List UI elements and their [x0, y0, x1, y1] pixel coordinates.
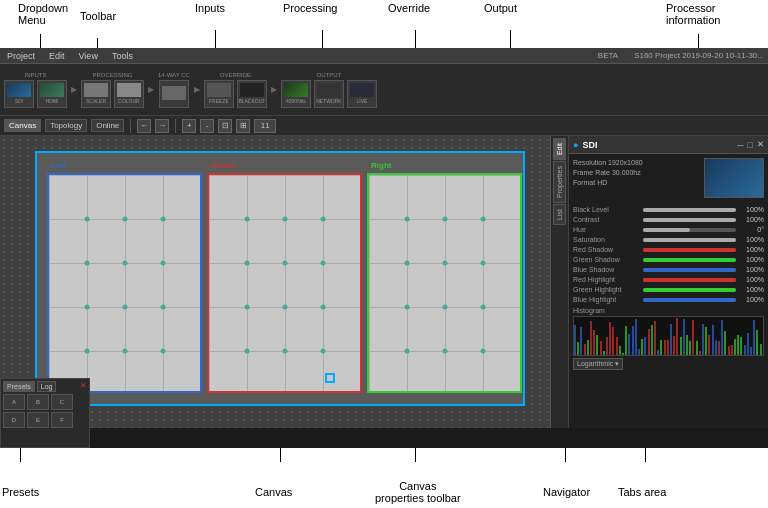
panel-grid-center [209, 175, 360, 391]
freeze-node[interactable]: FREEZE [204, 80, 234, 108]
slider-track-hue[interactable] [643, 228, 736, 232]
menu-tools[interactable]: Tools [109, 51, 136, 61]
prop-name-hue: Hue [573, 226, 643, 233]
properties-maximize[interactable]: □ [748, 140, 753, 150]
prop-row-red-shadow: Red Shadow100% [573, 246, 764, 253]
prop-row-green-shadow: Green Shadow100% [573, 256, 764, 263]
slider-track-contrast[interactable] [643, 218, 736, 222]
processor-info-annotation: Processor information [666, 2, 720, 26]
hdmi-node[interactable]: HDMI [37, 80, 67, 108]
grid-dot [123, 349, 128, 354]
inputs-nodes: SDI HDMI [4, 80, 67, 108]
canvas-props-annotation: Canvas properties toolbar [375, 480, 461, 504]
preset-d[interactable]: D [3, 412, 25, 428]
properties-minimize[interactable]: ─ [737, 140, 743, 150]
hist-bar-13 [616, 337, 618, 355]
preset-a[interactable]: A [3, 394, 25, 410]
grid-dot [321, 305, 326, 310]
sdi-label: SDI [15, 98, 23, 104]
network-node[interactable]: NETWORK [314, 80, 344, 108]
display-panel-right[interactable]: Right [367, 173, 522, 393]
colour-node[interactable]: COLOUR [114, 80, 144, 108]
panel-label-center: Center [211, 161, 236, 170]
navigator[interactable] [325, 373, 335, 383]
properties-icon: ● [573, 140, 578, 150]
tab-log[interactable]: Log [37, 381, 57, 392]
display-panel-left[interactable]: Left [47, 173, 202, 393]
slider-track-blue-shadow[interactable] [643, 268, 736, 272]
hist-bar-58 [760, 344, 762, 355]
grid-dot [85, 305, 90, 310]
display-panel-center[interactable]: Center [207, 173, 362, 393]
tab-list[interactable]: List [553, 204, 566, 225]
grid-dot [443, 305, 448, 310]
override-label: OVERRIDE [220, 72, 251, 78]
cc-nodes [159, 80, 189, 108]
btn-back[interactable]: ← [137, 119, 151, 133]
preset-b[interactable]: B [27, 394, 49, 410]
menu-bar: Project Edit View Tools BETA S160 Projec… [0, 48, 768, 64]
btn-zoom-out[interactable]: - [200, 119, 214, 133]
tab-topology[interactable]: Topology [45, 119, 87, 132]
tab-edit[interactable]: Edit [553, 138, 566, 160]
preset-c[interactable]: C [51, 394, 73, 410]
hist-bar-10 [606, 337, 608, 355]
sdi-node[interactable]: SDI [4, 80, 34, 108]
hist-bar-11 [609, 322, 611, 355]
inputs-group: INPUTS SDI HDMI [4, 72, 67, 108]
grid-dot [245, 305, 250, 310]
hist-bar-3 [584, 344, 586, 356]
preset-e[interactable]: E [27, 412, 49, 428]
freeze-label: FREEZE [209, 98, 229, 104]
histogram [573, 316, 764, 356]
slider-track-red-shadow[interactable] [643, 248, 736, 252]
hist-bar-47 [724, 331, 726, 355]
tab-online[interactable]: Online [91, 119, 124, 132]
separator-1 [130, 119, 131, 133]
scaler-node[interactable]: SCALER [81, 80, 111, 108]
override-group: OVERRIDE FREEZE BLACKOUT [204, 72, 267, 108]
blackout-node[interactable]: BLACKOUT [237, 80, 267, 108]
grid-dot [443, 261, 448, 266]
processing-group: PROCESSING SCALER COLOUR [81, 72, 144, 108]
cc-node[interactable] [159, 80, 189, 108]
slider-track-green-highlight[interactable] [643, 288, 736, 292]
hist-bar-56 [753, 320, 755, 355]
menu-project[interactable]: Project [4, 51, 38, 61]
hist-bar-28 [664, 340, 666, 355]
tab-properties[interactable]: Properties [553, 161, 566, 203]
hist-bar-7 [596, 335, 598, 355]
grid-dot [481, 349, 486, 354]
prop-name-red-shadow: Red Shadow [573, 246, 643, 253]
canvas-viewport[interactable]: Left [35, 151, 525, 406]
tab-canvas[interactable]: Canvas [4, 119, 41, 132]
grid-dot [85, 349, 90, 354]
hist-bar-1 [577, 342, 579, 355]
tabs-area-annotation: Tabs area [618, 486, 666, 498]
properties-close[interactable]: ✕ [757, 140, 764, 150]
histogram-label: Histogram [573, 307, 764, 314]
btn-fit[interactable]: ⊡ [218, 119, 232, 133]
btn-zoom-in[interactable]: + [182, 119, 196, 133]
grid-dot [123, 261, 128, 266]
histogram-log-btn[interactable]: Logarithmic ▾ [573, 358, 623, 370]
menu-edit[interactable]: Edit [46, 51, 68, 61]
tab-presets[interactable]: Presets [3, 381, 35, 392]
hist-bar-2 [580, 327, 582, 355]
menu-view[interactable]: View [76, 51, 101, 61]
live-control-node[interactable]: LIVE [347, 80, 377, 108]
btn-zoom-level[interactable]: 11 [254, 119, 276, 133]
slider-track-red-highlight[interactable] [643, 278, 736, 282]
btn-forward[interactable]: → [155, 119, 169, 133]
slider-track-green-shadow[interactable] [643, 258, 736, 262]
slider-track-saturation[interactable] [643, 238, 736, 242]
preset-f[interactable]: F [51, 412, 73, 428]
btn-grid[interactable]: ⊞ [236, 119, 250, 133]
prop-value-saturation: 100% [736, 236, 764, 243]
slider-track-black-level[interactable] [643, 208, 736, 212]
colour-out-node[interactable]: 4000Nits [281, 80, 311, 108]
presets-close[interactable]: ✕ [80, 381, 87, 392]
arrow-1: ▶ [70, 85, 78, 94]
slider-track-blue-highlight[interactable] [643, 298, 736, 302]
grid-dot [283, 349, 288, 354]
